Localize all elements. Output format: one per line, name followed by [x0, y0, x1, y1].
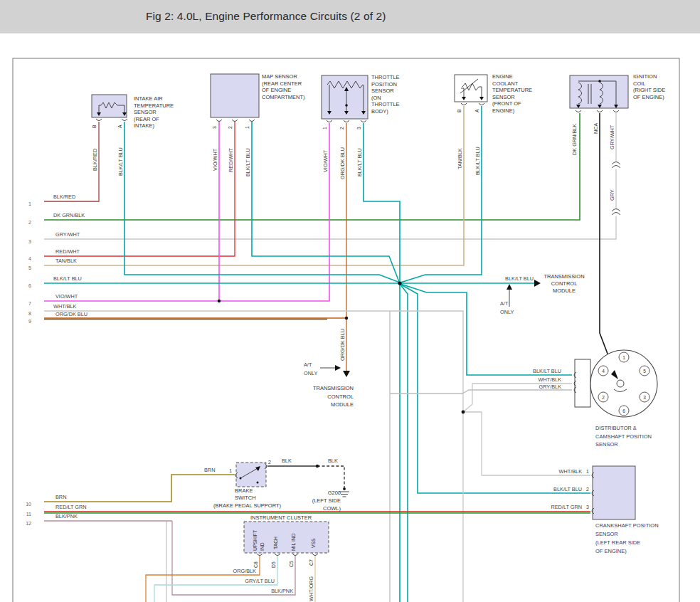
pin-label: 3 [212, 126, 217, 129]
terminal-number: 1 [622, 355, 625, 360]
left-bus-rows: 1 BLK/RED 2 DK GRN/BLK 3 GRY/WHT 4 RED/W… [26, 194, 88, 526]
junction-blk [316, 465, 319, 468]
row-label: VIO/WHT [55, 293, 78, 300]
distributor-caption: DISTRIBUTOR &CAMSHAFT POSITIONSENSOR [595, 425, 652, 448]
cluster-title: INSTRUMENT CLUSTER [250, 514, 312, 521]
wire-label: ORG/DK BLU [339, 147, 346, 179]
wire-label: GRY/WHT [609, 125, 615, 149]
teal-iat-branch [124, 122, 400, 282]
switch-dot [257, 482, 259, 484]
wire-label: VIO/WHT [322, 149, 329, 172]
pin-label: 1 [586, 469, 589, 474]
wire-label: GRY/LT BLU [245, 578, 275, 584]
row-label: RED/WHT [55, 248, 80, 255]
wire-runs [44, 106, 617, 602]
wiper-dot [345, 104, 348, 107]
sensor-iat: B A BLK/RED BLK/LT BLU INTAKE AIRTEMPERA… [92, 95, 174, 176]
pin-label: 2 [268, 460, 271, 465]
terminal-number: 3 [643, 395, 646, 400]
wire-label: NCA [593, 122, 599, 134]
wire-label: BRN [204, 467, 215, 473]
ignition-coil: DK GRN/BLK NCA GRY/WHT GRY IGNITIONCOIL(… [570, 73, 665, 201]
gauge-label: VSS [311, 538, 316, 548]
junction-vio [218, 300, 221, 302]
wire-label: RED/LT GRN [551, 504, 582, 510]
row-number: 5 [28, 265, 31, 270]
pin-label: 1 [229, 468, 232, 473]
coil-caption: IGNITIONCOIL(RIGHT SIDEOF ENGINE) [633, 73, 665, 100]
pin-arc [576, 110, 619, 112]
map-box [211, 74, 259, 117]
wire-brn [44, 475, 235, 502]
instrument-cluster: INSTRUMENT CLUSTER UPSHIFT IND TACH MIL … [233, 514, 329, 601]
wire-label: DK GRN/BLK [571, 124, 578, 155]
wire-label: BLK/LT BLU [356, 148, 363, 176]
wire-tan-blk [44, 106, 464, 265]
teal-to-crank [400, 284, 590, 493]
teal-tps-branch [364, 123, 400, 282]
wire-label: BLK/LT BLU [117, 147, 124, 176]
pin-arc [216, 120, 255, 122]
pin-label: B [457, 109, 462, 112]
sensor-map: 3 2 1 VIO/WHT RED/WHT BLK/LT BLU MAP SEN… [211, 73, 305, 176]
wire-label: BLK [282, 458, 292, 464]
row-label: GRY/WHT [55, 231, 80, 238]
pin-arc [327, 120, 366, 122]
wire-label: BLK/PNK [271, 588, 293, 594]
gauge-label: IND [260, 542, 265, 551]
pin-label: D5 [271, 561, 276, 568]
wire-blk-red [44, 122, 99, 201]
arrow-up-icon [507, 284, 512, 290]
row-number: 4 [28, 256, 31, 261]
wire-label: WHT/BLK [539, 376, 562, 383]
row-label: BLK/RED [53, 194, 75, 200]
wire-label: BLK/RED [92, 149, 98, 171]
pin-label: C7 [309, 559, 314, 566]
pin-arc [461, 103, 484, 105]
wire-label: TAN/BLK [457, 148, 463, 169]
row-number: 9 [28, 319, 31, 324]
g200-caption: G200(LEFT SIDECOWL) [312, 490, 341, 512]
wire-label: VIO/WHT [212, 148, 218, 171]
arrow-down-icon [343, 371, 350, 377]
map-caption: MAP SENSOR(REAR CENTEROF ENGINECOMPARTME… [262, 73, 305, 100]
brake-caption-line: (BRAKE PEDAL SUPPORT) [213, 502, 282, 509]
gauge-label: MIL IND [291, 533, 296, 551]
iat-caption: INTAKE AIRTEMPERATURESENSOR(REAR OFINTAK… [134, 95, 174, 129]
tcm-right: BLK/LT BLU A/T ONLY TRANSMISSIONCONTROLM… [500, 273, 585, 315]
teal-to-distributor [401, 284, 572, 375]
wire-label: WHT/ORG [308, 576, 314, 601]
brake-caption-line: SWITCH [235, 495, 256, 501]
pin-label: A [117, 125, 122, 128]
wiring-diagram-page: Fig 2: 4.0L, Engine Performance Circuits… [0, 0, 700, 602]
junction-org [345, 317, 348, 320]
row-number: 12 [26, 521, 31, 526]
row-label: ORG/DK BLU [55, 311, 88, 317]
row-number: 2 [28, 220, 31, 225]
row-label: WHT/BLK [53, 303, 77, 310]
junction-dots [218, 281, 465, 468]
distributor: 1 5 3 6 2 4 BLK/LT BLU WHT/BLK GRY/BLK D… [533, 350, 657, 448]
wire-label: RED/WHT [228, 147, 234, 172]
wire-label-gry: GRY [609, 189, 615, 201]
pin-label: 2 [228, 126, 233, 129]
wire-label: BLK/LT BLU [505, 275, 534, 282]
pin-label: 3 [356, 127, 361, 130]
sensor-tps: 1 2 3 VIO/WHT ORG/DK BLU BLK/LT BLU THRO… [322, 74, 400, 179]
iat-box [92, 95, 127, 117]
pin-arc [257, 554, 318, 556]
wire-label: GRY/BLK [539, 384, 562, 390]
wire-wht-blk-network [44, 311, 590, 602]
pin-arc [122, 119, 127, 121]
tcm-bottom-caption: TRANSMISSIONCONTROLMODULE [313, 385, 354, 408]
row-label: DK GRN/BLK [53, 212, 85, 218]
terminal-number: 4 [602, 369, 605, 374]
wire-nca [600, 113, 617, 378]
crank-box [593, 466, 635, 519]
ground-icon [339, 492, 349, 497]
pin-label: C8 [253, 561, 258, 568]
terminal-number: 5 [643, 369, 646, 374]
g200-ground: G200(LEFT SIDECOWL) [312, 487, 349, 512]
at-note: ONLY [304, 370, 317, 376]
junction-whtblk [462, 411, 465, 414]
